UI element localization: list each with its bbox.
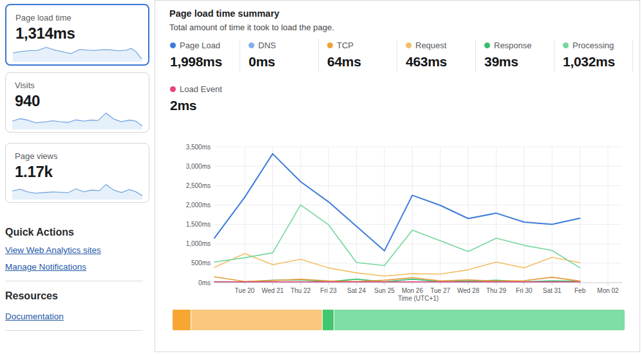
metric-value: 1,032ms	[563, 54, 632, 70]
link-documentation[interactable]: Documentation	[5, 312, 144, 321]
sparkline-chart	[12, 106, 142, 129]
dns-legend-dot	[249, 42, 254, 48]
svg-text:1,000ms: 1,000ms	[186, 240, 211, 247]
request-legend-dot	[406, 42, 412, 48]
metric-name: Load Event	[180, 84, 222, 94]
link-manage-notifications[interactable]: Manage Notifications	[5, 262, 144, 272]
metric-value: 0ms	[249, 54, 318, 70]
svg-text:Wed 28: Wed 28	[457, 287, 480, 294]
svg-text:2,500ms: 2,500ms	[186, 182, 211, 189]
svg-text:Time (UTC+1): Time (UTC+1)	[398, 295, 439, 302]
sidebar-divider	[5, 281, 143, 281]
metric-name: Processing	[573, 41, 614, 50]
bar-segment-tcp	[173, 310, 191, 330]
page-load-time-line-chart: 0ms500ms1,000ms1,500ms2,000ms2,500ms3,00…	[162, 136, 629, 306]
sidebar-divider	[5, 330, 143, 331]
card-label: Visits	[15, 80, 140, 90]
metric-tcp: TCP 64ms	[319, 39, 397, 73]
bar-segment-request	[191, 310, 322, 330]
bar-segment-processing	[334, 310, 625, 330]
svg-text:Fri 23: Fri 23	[320, 287, 337, 294]
metric-card-visits[interactable]: Visits 940	[5, 72, 149, 133]
card-label: Page load time	[15, 13, 139, 23]
metric-name: Request	[415, 41, 446, 50]
metric-value: 2ms	[170, 98, 240, 113]
panel-title: Page load time summary	[169, 8, 279, 19]
metric-name: Response	[494, 41, 532, 50]
svg-text:Tue 27: Tue 27	[430, 287, 450, 294]
svg-text:Sat 31: Sat 31	[543, 287, 562, 294]
resources-heading: Resources	[5, 290, 144, 302]
metric-value: 1,998ms	[170, 54, 240, 70]
metric-request: Request 463ms	[397, 39, 476, 73]
metrics-legend-row-2: Load Event 2ms	[162, 83, 240, 117]
metric-page-load: Page Load 1,998ms	[162, 39, 240, 73]
metric-name: Page Load	[180, 41, 220, 50]
metric-processing: Processing 1,032ms	[554, 39, 633, 73]
svg-text:Sat 24: Sat 24	[347, 287, 366, 294]
metric-card-page-load-time[interactable]: Page load time 1,314ms	[5, 4, 149, 66]
svg-text:3,500ms: 3,500ms	[186, 144, 211, 151]
svg-text:1,500ms: 1,500ms	[186, 221, 211, 228]
quick-actions-section: Quick Actions View Web Analytics sites M…	[5, 227, 144, 331]
quick-actions-heading: Quick Actions	[5, 227, 144, 238]
metric-value: 463ms	[406, 54, 475, 70]
metric-name: DNS	[258, 41, 276, 50]
card-label: Page views	[15, 151, 140, 161]
svg-text:Mon 02: Mon 02	[597, 287, 619, 294]
processing-legend-dot	[563, 42, 569, 48]
sparkline-chart	[13, 39, 142, 62]
svg-text:Fri 30: Fri 30	[516, 287, 533, 294]
metric-name: TCP	[337, 41, 354, 50]
svg-text:500ms: 500ms	[191, 259, 211, 267]
link-view-web-analytics-sites[interactable]: View Web Analytics sites	[5, 245, 144, 255]
svg-text:Thu 22: Thu 22	[290, 287, 311, 294]
svg-text:Mon 26: Mon 26	[402, 287, 424, 294]
tcp-legend-dot	[327, 42, 333, 48]
metric-dns: DNS 0ms	[240, 39, 319, 73]
load-time-breakdown-stacked-bar	[173, 310, 625, 330]
svg-text:Thu 29: Thu 29	[486, 287, 507, 294]
metric-value: 64ms	[327, 54, 397, 70]
metric-response: Response 39ms	[476, 39, 554, 73]
response-legend-dot	[484, 42, 490, 48]
svg-text:0ms: 0ms	[198, 279, 211, 286]
svg-text:Wed 21: Wed 21	[261, 287, 284, 294]
svg-text:3,000ms: 3,000ms	[186, 163, 211, 170]
svg-text:Tue 20: Tue 20	[235, 287, 255, 294]
page-load-time-summary-panel: Page load time summary Total amount of t…	[155, 0, 640, 352]
page-load-legend-dot	[170, 42, 176, 48]
panel-subtitle: Total amount of time it took to load the…	[169, 23, 334, 32]
metric-card-page-views[interactable]: Page views 1.17k	[5, 143, 149, 203]
metric-value: 39ms	[484, 54, 554, 70]
bar-segment-response	[323, 310, 334, 330]
svg-text:Feb: Feb	[574, 287, 586, 294]
metric-load-event: Load Event 2ms	[162, 83, 240, 117]
metrics-legend-row-1: Page Load 1,998ms DNS 0ms TCP 64ms Reque…	[162, 39, 633, 73]
sparkline-chart	[12, 176, 142, 200]
load-event-legend-dot	[170, 86, 176, 92]
svg-text:Sun 25: Sun 25	[374, 287, 395, 294]
svg-text:2,000ms: 2,000ms	[186, 201, 211, 209]
